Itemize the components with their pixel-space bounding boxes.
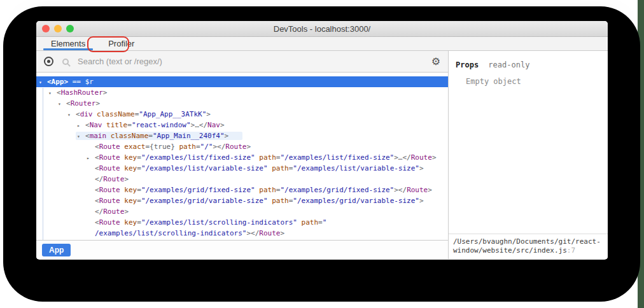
devtools-window: DevTools - localhost:3000/ Elements Prof… <box>36 21 608 260</box>
chevron-down-icon[interactable]: ▾ <box>39 77 47 88</box>
code-segment: >…</ <box>191 121 208 129</box>
tree-row[interactable]: ▾<main className="App_Main__240f4"> <box>36 130 448 141</box>
source-path-line2: window/website/src/index.js <box>453 246 567 255</box>
tree-row[interactable]: <Route key="/examples/list/scroll-to-ite… <box>36 239 448 240</box>
code-segment: main <box>90 132 107 140</box>
code-segment: className <box>93 110 135 118</box>
code-segment: "/examples/grid/fixed-size" <box>280 186 394 194</box>
props-header: Props read-only <box>449 51 608 69</box>
gear-icon[interactable]: ⚙ <box>431 57 440 67</box>
code-segment: path <box>255 153 276 162</box>
code-segment: < <box>95 186 99 194</box>
code-segment: < <box>85 121 90 129</box>
main-split: ⚙ ▾<App> == $r▾<HashRouter>▾<Router>▾<di… <box>36 51 608 259</box>
code-segment: path <box>268 197 289 205</box>
code-segment: = <box>318 218 323 227</box>
code-segment: > <box>225 132 229 140</box>
tree-row[interactable]: <Route exact={true} path="/"></Route> <box>36 141 448 152</box>
tree-row[interactable]: </Route> <box>36 174 448 185</box>
minimize-button[interactable] <box>54 25 62 32</box>
chevron-down-icon[interactable]: ▾ <box>58 99 66 109</box>
tree-row[interactable]: <Route key="/examples/list/variable-size… <box>36 163 448 174</box>
code-segment: title <box>102 121 128 129</box>
tree-row[interactable]: ▾<App> == $r <box>36 76 448 87</box>
code-segment: "/examples/list/fixed-size" <box>141 153 255 162</box>
chevron-down-icon[interactable]: ▾ <box>77 131 85 142</box>
code-segment: Route <box>99 218 120 227</box>
code-segment: < <box>95 197 99 205</box>
code-segment: key <box>120 197 137 205</box>
search-input[interactable] <box>78 57 423 66</box>
code-segment: path <box>268 164 289 172</box>
tab-elements[interactable]: Elements <box>39 37 97 50</box>
code-segment: </ <box>95 175 103 183</box>
code-segment: > <box>428 186 432 194</box>
code-segment: > <box>206 110 211 118</box>
code-segment: = <box>137 164 141 172</box>
breadcrumb-item-app[interactable]: App <box>42 244 71 256</box>
code-segment: > <box>280 229 284 237</box>
elements-panel: ⚙ ▾<App> == $r▾<HashRouter>▾<Router>▾<di… <box>36 51 449 259</box>
breadcrumb: App <box>36 240 448 259</box>
code-segment: "App_Main__240f4" <box>153 132 225 140</box>
code-segment: = <box>137 197 141 205</box>
code-segment: > <box>220 121 225 129</box>
code-segment: </ <box>95 207 103 216</box>
chevron-down-icon[interactable]: ▾ <box>67 109 76 120</box>
search-bar: ⚙ <box>36 51 448 73</box>
tree-row[interactable]: ▸<Nav title="react-window">…</Nav> <box>36 120 448 130</box>
inspect-element-icon[interactable] <box>44 57 53 66</box>
code-segment: "/examples/list/variable-size" <box>141 164 268 172</box>
code-segment: = <box>137 153 141 162</box>
code-segment: Route <box>225 143 246 151</box>
tree-row[interactable]: <Route key="/examples/grid/variable-size… <box>36 195 448 206</box>
code-segment: ></ <box>246 229 259 237</box>
code-segment: /examples/list/scrolling-indicators" <box>95 229 246 237</box>
code-segment: div <box>80 110 93 118</box>
tree-row[interactable]: ▾<Router> <box>36 98 448 109</box>
code-segment: <App> <box>47 78 68 86</box>
code-segment: Route <box>99 164 120 172</box>
code-segment: "/examples/grid/variable-size" <box>141 197 268 205</box>
tree-row[interactable]: ▸<Route key="/examples/list/fixed-size" … <box>36 152 448 163</box>
code-segment: >…</ <box>394 153 411 162</box>
tree-row[interactable]: </Route> <box>36 206 448 217</box>
props-empty-object: Empty object <box>449 69 608 86</box>
chevron-right-icon[interactable]: ▸ <box>87 153 95 164</box>
code-segment: "App_App__3ATkK" <box>139 110 206 118</box>
code-segment: = <box>137 186 141 194</box>
tree-row[interactable]: ▾<div className="App_App__3ATkK"> <box>36 109 448 120</box>
tab-profiler[interactable]: Profiler <box>97 37 146 50</box>
titlebar[interactable]: DevTools - localhost:3000/ <box>36 21 608 37</box>
code-segment: > <box>124 175 129 183</box>
code-segment: "/examples/list/scrolling-indicators" <box>141 218 297 227</box>
code-segment: < <box>95 164 99 172</box>
source-location[interactable]: /Users/bvaughn/Documents/git/react- wind… <box>449 234 608 259</box>
code-segment: Router <box>71 99 96 108</box>
code-segment: > <box>419 197 424 205</box>
code-segment: className <box>106 132 148 140</box>
code-segment: > <box>103 88 108 97</box>
source-path-line1: /Users/bvaughn/Documents/git/react- <box>453 237 601 246</box>
tree-row[interactable]: ▾<HashRouter> <box>36 87 448 98</box>
code-segment: < <box>95 143 99 151</box>
chevron-right-icon[interactable]: ▸ <box>77 120 85 131</box>
code-segment: < <box>76 110 80 118</box>
tree-row[interactable]: /examples/list/scrolling-indicators"></R… <box>36 228 448 239</box>
code-segment: $r <box>85 78 94 86</box>
code-segment: > <box>419 164 424 172</box>
zoom-button[interactable] <box>66 25 74 32</box>
code-segment: < <box>95 153 99 162</box>
code-segment: key <box>120 153 137 162</box>
props-title: Props <box>456 60 479 69</box>
source-line-number: :7 <box>567 246 575 255</box>
close-button[interactable] <box>42 25 50 32</box>
code-segment: Route <box>99 197 120 205</box>
code-segment: Route <box>259 229 280 237</box>
code-segment: Nav <box>90 121 102 129</box>
tree-row[interactable]: <Route key="/examples/grid/fixed-size" p… <box>36 185 448 195</box>
tree-row[interactable]: <Route key="/examples/list/scrolling-ind… <box>36 217 448 228</box>
code-segment: Route <box>411 153 432 162</box>
code-segment: < <box>57 88 61 97</box>
chevron-down-icon[interactable]: ▾ <box>48 88 57 99</box>
